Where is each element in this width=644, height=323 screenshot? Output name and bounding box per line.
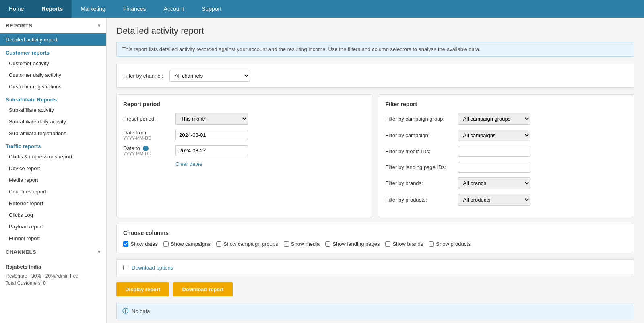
campaign-row: Filter by campaign: All campaigns: [386, 130, 628, 141]
sidebar-item-device-report[interactable]: Device report: [0, 163, 106, 174]
sidebar-item-sub-affiliate-activity[interactable]: Sub-affiliate activity: [0, 104, 106, 116]
nav-reports[interactable]: Reports: [33, 0, 72, 18]
products-label: Filter by products:: [386, 197, 458, 203]
sidebar-category-customer-reports: Customer reports: [0, 46, 106, 58]
date-to-label: Date to ? YYYY-MM-DD: [123, 145, 175, 156]
media-ids-input[interactable]: [458, 146, 530, 157]
col-show-brands-label: Show brands: [392, 241, 423, 247]
info-banner: This report lists detailed activity reco…: [116, 42, 634, 57]
reports-section-chevron: ∨: [97, 23, 101, 28]
sidebar-item-customer-registrations[interactable]: Customer registrations: [0, 81, 106, 93]
brands-label: Filter by brands:: [386, 180, 458, 186]
campaign-select[interactable]: All campaigns: [458, 130, 530, 141]
col-show-campaign-groups-label: Show campaign groups: [223, 241, 278, 247]
col-show-dates-checkbox[interactable]: [123, 241, 128, 247]
nav-marketing[interactable]: Marketing: [72, 0, 114, 18]
col-show-brands-checkbox[interactable]: [385, 241, 390, 247]
col-show-products[interactable]: Show products: [429, 241, 471, 247]
media-ids-row: Filter by media IDs:: [386, 146, 628, 157]
download-options-label[interactable]: Download options: [132, 265, 173, 271]
main-layout: REPORTS ∨ Detailed activity report Custo…: [0, 18, 644, 323]
date-from-input[interactable]: [175, 130, 248, 140]
col-show-products-label: Show products: [436, 241, 471, 247]
date-from-label: Date from: YYYY-MM-DD: [123, 130, 175, 140]
col-show-campaigns-label: Show campaigns: [171, 241, 211, 247]
col-show-campaign-groups[interactable]: Show campaign groups: [216, 241, 278, 247]
channel-total-customers: Total Customers: 0: [6, 280, 101, 287]
sidebar-item-customer-daily-activity[interactable]: Customer daily activity: [0, 69, 106, 81]
col-show-media-checkbox[interactable]: [284, 241, 289, 247]
col-show-landing-pages[interactable]: Show landing pages: [325, 241, 380, 247]
filter-channel-row: Filter by channel: All channels: [116, 64, 634, 88]
channel-name: Rajabets India: [6, 264, 101, 270]
channels-section-header[interactable]: CHANNELS ∨: [0, 244, 106, 260]
no-data-banner: ⓘ No data: [116, 303, 634, 319]
sidebar-item-clicks-log[interactable]: Clicks Log: [0, 209, 106, 221]
choose-columns-title: Choose columns: [123, 230, 627, 236]
campaign-label: Filter by campaign:: [386, 132, 458, 138]
display-report-button[interactable]: Display report: [116, 282, 169, 296]
col-show-campaign-groups-checkbox[interactable]: [216, 241, 221, 247]
products-row: Filter by products: All products: [386, 194, 628, 206]
nav-finances[interactable]: Finances: [114, 0, 155, 18]
two-col-section: Report period Preset period: This month …: [116, 94, 634, 217]
landing-page-ids-input[interactable]: [458, 162, 530, 173]
col-show-media-label: Show media: [291, 241, 320, 247]
col-show-brands[interactable]: Show brands: [385, 241, 423, 247]
report-period-title: Report period: [123, 101, 365, 107]
col-show-dates-label: Show dates: [130, 241, 158, 247]
top-navigation: Home Reports Marketing Finances Account …: [0, 0, 644, 18]
brands-select[interactable]: All brands: [458, 177, 530, 189]
col-show-campaigns[interactable]: Show campaigns: [163, 241, 211, 247]
sidebar-item-referrer-report[interactable]: Referrer report: [0, 198, 106, 209]
reports-section-header[interactable]: REPORTS ∨: [0, 18, 106, 33]
col-show-media[interactable]: Show media: [284, 241, 320, 247]
sidebar-item-clicks-impressions[interactable]: Clicks & impressions report: [0, 151, 106, 163]
filter-report-title: Filter report: [386, 101, 628, 107]
nav-home[interactable]: Home: [0, 0, 33, 18]
date-from-sublabel: YYYY-MM-DD: [123, 136, 175, 140]
clear-dates-link[interactable]: Clear dates: [175, 161, 365, 167]
campaign-group-select[interactable]: All campaign groups: [458, 113, 530, 125]
sidebar-item-media-report[interactable]: Media report: [0, 174, 106, 186]
choose-columns-panel: Choose columns Show dates Show campaigns…: [116, 224, 634, 253]
date-to-sublabel: YYYY-MM-DD: [123, 151, 175, 156]
col-show-campaigns-checkbox[interactable]: [163, 241, 169, 247]
download-report-button[interactable]: Download report: [173, 282, 232, 296]
checkboxes-row: Show dates Show campaigns Show campaign …: [123, 241, 627, 247]
download-options-panel: Download options: [116, 259, 634, 276]
media-ids-label: Filter by media IDs:: [386, 148, 458, 154]
date-to-input[interactable]: [175, 145, 248, 156]
main-content-area: Detailed activity report This report lis…: [107, 18, 644, 323]
preset-period-select[interactable]: This month Last month Last 7 days Last 3…: [175, 113, 248, 125]
date-to-row: Date to ? YYYY-MM-DD: [123, 145, 365, 156]
sidebar-item-sub-affiliate-registrations[interactable]: Sub-affiliate registrations: [0, 128, 106, 139]
sidebar-item-funnel-report[interactable]: Funnel report: [0, 232, 106, 244]
col-show-landing-pages-label: Show landing pages: [332, 241, 380, 247]
sidebar-item-countries-report[interactable]: Countries report: [0, 186, 106, 198]
sidebar-item-sub-affiliate-daily[interactable]: Sub-affiliate daily activity: [0, 116, 106, 128]
nav-account[interactable]: Account: [155, 0, 193, 18]
col-show-dates[interactable]: Show dates: [123, 241, 158, 247]
col-show-products-checkbox[interactable]: [429, 241, 434, 247]
date-to-info-icon: ?: [143, 146, 149, 151]
brands-row: Filter by brands: All brands: [386, 177, 628, 189]
filter-report-panel: Filter report Filter by campaign group: …: [379, 94, 635, 217]
col-show-landing-pages-checkbox[interactable]: [325, 241, 330, 247]
campaign-group-label: Filter by campaign group:: [386, 116, 458, 122]
sidebar-item-payload-report[interactable]: Payload report: [0, 221, 106, 232]
products-select[interactable]: All products: [458, 194, 530, 206]
channels-section-label: CHANNELS: [6, 249, 36, 255]
no-data-message: No data: [132, 308, 150, 314]
download-options-checkbox[interactable]: [123, 265, 128, 270]
sidebar-item-customer-activity[interactable]: Customer activity: [0, 58, 106, 69]
channel-revshare: RevShare - 30% - 20%Admin Fee: [6, 272, 101, 280]
action-buttons: Display report Download report: [116, 282, 634, 296]
filter-channel-select[interactable]: All channels: [169, 70, 250, 82]
sidebar-category-sub-affiliate: Sub-affiliate Reports: [0, 93, 106, 104]
sidebar: REPORTS ∨ Detailed activity report Custo…: [0, 18, 107, 323]
preset-period-row: Preset period: This month Last month Las…: [123, 113, 365, 125]
campaign-group-row: Filter by campaign group: All campaign g…: [386, 113, 628, 125]
nav-support[interactable]: Support: [193, 0, 230, 18]
sidebar-item-detailed-activity[interactable]: Detailed activity report: [0, 33, 106, 46]
